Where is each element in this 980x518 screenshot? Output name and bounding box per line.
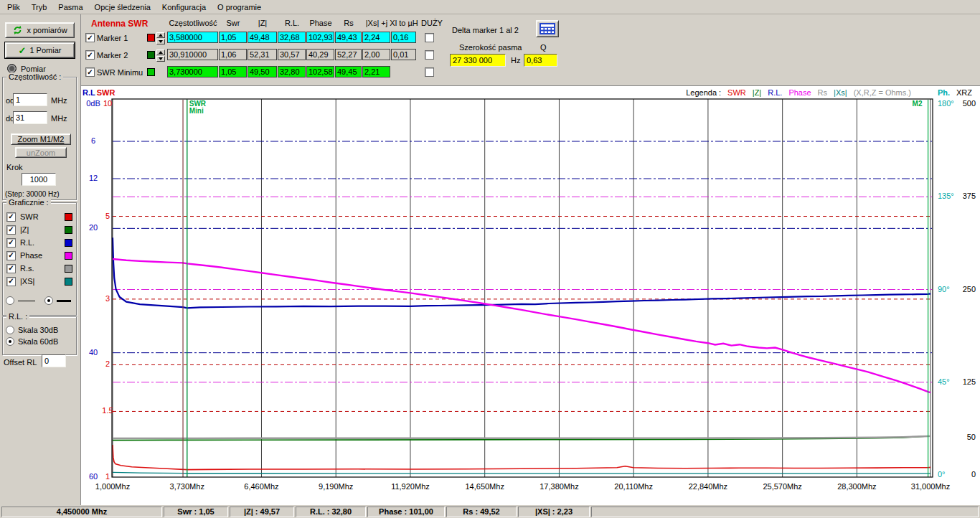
zoom-m1-m2-button[interactable]: Zoom M1/M2	[11, 133, 71, 145]
checkbox[interactable]: ✓	[6, 212, 16, 222]
offset-rl-input[interactable]: 0	[42, 354, 66, 367]
menu-o-programie[interactable]: O programie	[212, 1, 267, 13]
swr-min-freq[interactable]: 3,730000	[167, 66, 218, 77]
graph-toggle-swr[interactable]: ✓SWR	[4, 210, 75, 223]
menu-bar: PlikTrybPasmaOpcje śledzeniaKonfiguracja…	[0, 0, 980, 14]
swr-min-rs: 49,45	[335, 66, 362, 77]
checkbox[interactable]: ✓	[6, 225, 16, 235]
menu-tryb[interactable]: Tryb	[26, 1, 53, 13]
x-pomiarow-button[interactable]: x pomiarów	[5, 22, 75, 38]
x-label-11-920mhz: 11,920Mhz	[387, 482, 433, 491]
series-label: |XS|	[20, 277, 60, 286]
plot-area[interactable]	[111, 98, 934, 479]
check-icon: ✓	[19, 45, 27, 56]
marker1-duzy-checkbox[interactable]	[425, 33, 434, 42]
color-swatch	[65, 252, 72, 260]
line-style-selector	[6, 296, 75, 305]
unzoom-button[interactable]: unZoom	[15, 147, 67, 158]
bandwidth-label: Szerokość pasma	[459, 43, 522, 52]
unzoom-label: unZoom	[27, 149, 55, 157]
checkbox[interactable]: ✓	[6, 277, 16, 286]
spinner-up[interactable]	[156, 32, 165, 38]
legend-item-rs: Rs	[818, 88, 827, 97]
legend-item-phase: Phase	[788, 88, 811, 97]
marker1-swr: 1,05	[219, 32, 247, 43]
marker1-enable-checkbox[interactable]: ✓	[85, 33, 95, 42]
rl-group-title: R.L. :	[6, 312, 29, 321]
q-label: Q	[540, 43, 547, 52]
y-label-rl-6: 6	[83, 136, 104, 145]
delta-calculator-button[interactable]	[536, 20, 559, 37]
color-swatch	[65, 278, 72, 286]
checkbox[interactable]: ✓	[6, 251, 16, 260]
graph-toggle-r-s[interactable]: ✓R.s.	[4, 262, 75, 275]
spinner-down[interactable]	[156, 56, 165, 62]
legend: Legenda : SWR|Z|R.L.PhaseRs|Xs|(X,R,Z = …	[686, 88, 911, 97]
spinner-down[interactable]	[156, 39, 165, 44]
status-segment-7: |XS| : 2,23	[518, 507, 590, 517]
krok-input[interactable]: 1000	[22, 173, 56, 186]
x-label-31-000mhz: 31,000Mhz	[908, 482, 953, 491]
graph-group-title: Graficznie :	[6, 198, 51, 207]
y-label-ohms-50: 50	[956, 433, 976, 441]
y-label-phase-180: 180°	[938, 99, 958, 108]
marker2-enable-checkbox[interactable]: ✓	[85, 50, 95, 60]
marker1-freq-spinner[interactable]	[156, 32, 165, 44]
menu-plik[interactable]: Plik	[1, 1, 26, 13]
status-segment-5: Phase : 101,00	[367, 507, 445, 517]
marker1-xl: 0,16	[391, 32, 416, 43]
marker-panel: Antenna SWR CzęstotliwośćSwr|Z|R.L.Phase…	[81, 14, 980, 86]
menu-konfiguracja[interactable]: Konfiguracja	[156, 1, 212, 13]
radio[interactable]	[6, 337, 14, 346]
marker1-freq[interactable]: 3,580000	[167, 32, 218, 43]
sidebar: x pomiarów ✓ 1 Pomiar Pomiar Częstotliwo…	[0, 14, 81, 505]
q-input[interactable]: 0,63	[524, 54, 557, 67]
rl-axis-title: R.L	[83, 88, 95, 97]
freq-to-input[interactable]: 31	[13, 111, 47, 124]
freq-from-input[interactable]: 1	[13, 93, 47, 106]
y-label-phase-45: 45°	[938, 377, 958, 386]
marker2-duzy-checkbox[interactable]	[425, 50, 434, 60]
calculator-icon	[540, 23, 555, 34]
one-pomiar-button[interactable]: ✓ 1 Pomiar	[5, 42, 75, 58]
x-label-14-650mhz: 14,650Mhz	[462, 482, 508, 491]
status-segment-empty	[591, 507, 979, 517]
graph-toggle-xs[interactable]: ✓|XS|	[4, 275, 75, 288]
y-label-phase-135: 135°	[938, 192, 958, 200]
bandwidth-input[interactable]: 27 330 000	[450, 54, 506, 67]
radio[interactable]	[6, 326, 14, 334]
frequency-group-title: Częstotliwość :	[6, 72, 63, 81]
swr-min-xs: 2,21	[362, 66, 390, 77]
delta-marker-label: Delta marker 1 al 2	[452, 26, 519, 34]
marker2-freq[interactable]: 30,910000	[167, 49, 218, 60]
graph-toggle-phase[interactable]: ✓Phase	[4, 249, 75, 262]
y-label-rl-12: 12	[83, 174, 104, 182]
spinner-up[interactable]	[156, 50, 165, 55]
graph-toggle-z[interactable]: ✓|Z|	[4, 223, 75, 236]
legend-item-xs: |Xs|	[834, 88, 847, 97]
marker2-color-swatch	[147, 51, 155, 59]
radio-label: Skala 60dB	[18, 337, 58, 346]
swr-min-enable-checkbox[interactable]: ✓	[85, 67, 95, 77]
chart-region: R.LSWR Legenda : SWR|Z|R.L.PhaseRs|Xs|(X…	[81, 86, 980, 505]
x-label-6-460mhz: 6,460Mhz	[238, 482, 284, 491]
rl-option-skala-60db[interactable]: Skala 60dB	[6, 336, 75, 347]
checkbox[interactable]: ✓	[6, 264, 16, 273]
thin-line-sample-icon	[18, 301, 35, 301]
series-label: Phase	[20, 251, 60, 260]
menu-opcje-ledzenia[interactable]: Opcje śledzenia	[89, 1, 156, 13]
rl-option-skala-30db[interactable]: Skala 30dB	[6, 324, 75, 336]
thin-line-radio[interactable]	[6, 296, 14, 305]
swr-min-duzy-checkbox[interactable]	[425, 67, 434, 77]
marker2-rl: 30,57	[278, 49, 306, 60]
marker2-freq-spinner[interactable]	[156, 50, 165, 62]
checkbox[interactable]: ✓	[6, 238, 16, 248]
legend-item-z: |Z|	[753, 88, 761, 97]
graph-toggle-r-l[interactable]: ✓R.L.	[4, 236, 75, 249]
thick-line-radio[interactable]	[44, 296, 53, 305]
x-pomiarow-label: x pomiarów	[27, 26, 67, 34]
thick-line-sample-icon	[57, 300, 71, 302]
menu-pasma[interactable]: Pasma	[52, 1, 88, 13]
status-segment-3: |Z| : 49,57	[230, 507, 294, 517]
marker1-rl: 32,68	[278, 32, 306, 43]
